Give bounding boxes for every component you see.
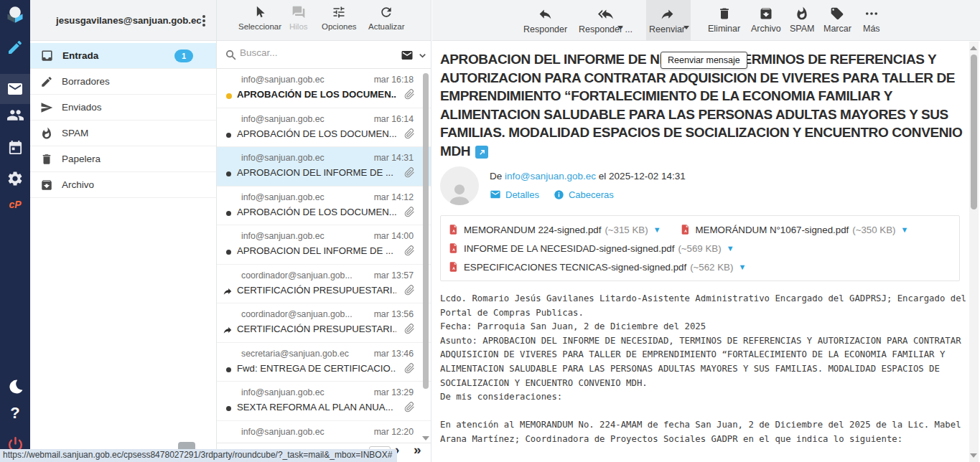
select-button[interactable]: Seleccionar (238, 5, 281, 31)
help-icon[interactable]: ? (0, 404, 30, 423)
trash-icon (717, 6, 732, 21)
attachment-chip[interactable]: MEMORANDUM 224-signed.pdf (~315 KB) ▼ (448, 224, 661, 235)
app-rail: cP ? (0, 0, 30, 462)
pdf-file-icon (448, 224, 459, 235)
search-input[interactable] (240, 47, 383, 58)
open-in-new-window-icon[interactable] (475, 146, 488, 159)
forwarded-status-icon (223, 325, 233, 335)
forwarded-status-icon (223, 286, 233, 296)
settings-gear-icon[interactable] (0, 170, 30, 187)
folder-archive[interactable]: Archivo (30, 172, 216, 198)
folder-inbox[interactable]: Entrada 1 (30, 43, 216, 69)
reading-pane-scrollbar[interactable] (969, 42, 979, 462)
status-dot (226, 171, 231, 176)
from-line: De info@sanjuan.gob.ec el 2025-12-02 14:… (490, 171, 686, 182)
paperclip-icon (404, 167, 415, 178)
scroll-down-arrow-icon[interactable] (970, 453, 977, 458)
message-row-selected[interactable]: info@sanjuan.gob.ecmar 14:31 APROBACION … (217, 147, 431, 187)
archive-button[interactable]: Archivo (751, 6, 781, 34)
pdf-file-icon (448, 242, 459, 254)
cursor-icon (253, 5, 267, 19)
search-scope-chevron-icon[interactable] (417, 50, 428, 61)
options-button[interactable]: Opciones (322, 5, 357, 31)
calendar-icon[interactable] (0, 139, 30, 156)
paperclip-icon (404, 245, 415, 256)
folder-drafts[interactable]: Borradores (30, 69, 216, 95)
paperclip-icon (404, 363, 415, 374)
threads-button[interactable]: Hilos (289, 5, 308, 31)
message-row[interactable]: coordinador@sanjuan.gob...mar 13:56 CERT… (217, 303, 431, 343)
attachment-chip[interactable]: MEMORÁNDUM N°1067-signed.pdf (~350 KB) ▼ (680, 224, 909, 235)
headers-info-icon[interactable] (554, 189, 564, 200)
attachment-caret-icon[interactable]: ▼ (738, 263, 746, 271)
folder-trash[interactable]: Papelera (30, 146, 216, 172)
message-row[interactable]: info@sanjuan.gob.ecmar 13:29 SEXTA REFOR… (217, 382, 431, 421)
folder-sent[interactable]: Enviados (30, 95, 216, 121)
message-list-panel: Seleccionar Hilos Opciones Actualizar in… (217, 0, 431, 462)
unread-dot (226, 93, 232, 99)
scroll-up-arrow-icon[interactable] (970, 46, 977, 50)
paperclip-icon (404, 402, 415, 412)
compose-icon[interactable] (0, 39, 30, 56)
reply-all-caret-icon[interactable] (617, 26, 623, 29)
reply-all-button[interactable]: Responder ... (579, 6, 633, 34)
inbox-icon (40, 49, 54, 62)
last-page-button[interactable]: » (414, 442, 421, 458)
attachment-chip[interactable]: INFORME DE LA NECESIDAD-signed-signed.pd… (448, 242, 734, 254)
message-row[interactable]: secretaria@sanjuan.gob.ecmar 13:46 Fwd: … (217, 343, 431, 382)
folder-spam[interactable]: SPAM (30, 121, 216, 146)
details-link[interactable]: Detalles (505, 189, 539, 200)
attachment-caret-icon[interactable]: ▼ (727, 244, 734, 253)
kebab-menu-icon[interactable] (199, 14, 209, 28)
message-row[interactable]: info@sanjuan.gob.ecmar 16:14 APROBACIÓN … (217, 108, 431, 148)
status-dot (226, 133, 231, 138)
more-button[interactable]: Más (863, 6, 880, 34)
list-scrollbar[interactable] (422, 70, 430, 440)
forward-tooltip: Reenviar mensaje (661, 52, 747, 69)
list-scrollbar-thumb[interactable] (423, 73, 429, 389)
message-row[interactable]: info@sanjuan.gob.ecmar 16:18 APROBACIÓN … (217, 69, 431, 108)
reading-pane-scrollbar-thumb[interactable] (971, 55, 977, 209)
sender-avatar (440, 166, 479, 205)
attachment-caret-icon[interactable]: ▼ (653, 225, 661, 234)
search-scope-envelope-icon[interactable] (401, 49, 414, 62)
attachment-caret-icon[interactable]: ▼ (901, 225, 909, 234)
refresh-icon (379, 5, 393, 19)
headers-link[interactable]: Cabeceras (569, 189, 614, 200)
forward-caret-icon[interactable] (683, 26, 689, 29)
folder-list: Entrada 1 Borradores Enviados SPAM Papel… (30, 43, 216, 198)
spam-button[interactable]: SPAM (790, 6, 815, 34)
delete-button[interactable]: Eliminar (708, 6, 740, 34)
dark-mode-moon-icon[interactable] (0, 378, 30, 395)
refresh-button[interactable]: Actualizar (368, 5, 405, 31)
status-dot (226, 250, 231, 255)
flame-icon (795, 6, 809, 21)
status-dot (226, 367, 231, 372)
reply-button[interactable]: Responder (523, 6, 567, 34)
folder-panel: jesusgavilanes@sanjuan.gob.ec Entrada 1 … (30, 0, 217, 462)
paperclip-icon (404, 207, 415, 217)
reading-pane: Responder Responder ... Reenviar Elimina… (432, 0, 980, 462)
folder-label: Enviados (62, 102, 102, 113)
pdf-file-icon (680, 224, 691, 235)
mail-toolbar: Responder Responder ... Reenviar Elimina… (432, 0, 980, 41)
search-bar (217, 41, 431, 69)
attachment-chip[interactable]: ESPECIFICACIONES TECNICAS-signed-signed.… (448, 261, 746, 273)
status-dot (226, 211, 231, 216)
attachment-list: MEMORANDUM 224-signed.pdf (~315 KB) ▼ ME… (440, 215, 960, 281)
sender-email-link[interactable]: info@sanjuan.gob.ec (505, 171, 596, 182)
contacts-icon[interactable] (0, 106, 30, 124)
message-body: Lcdo. Romario Jesús Gavilanes Litardo-As… (440, 292, 977, 447)
mark-button[interactable]: Marcar (823, 6, 851, 34)
message-row[interactable]: coordinador@sanjuan.gob...mar 13:57 CERT… (217, 265, 431, 304)
cpanel-icon[interactable]: cP (0, 199, 30, 210)
message-row[interactable]: info@sanjuan.gob.ecmar 14:00 APROBACION … (217, 225, 431, 265)
folder-label: SPAM (62, 128, 88, 138)
forward-button[interactable]: Reenviar (649, 6, 685, 34)
mail-icon[interactable] (0, 80, 30, 98)
details-envelope-icon[interactable] (490, 189, 501, 200)
message-row[interactable]: info@sanjuan.gob.ecmar 14:12 APROBACIÓN … (217, 187, 431, 226)
scroll-down-arrow-icon[interactable] (422, 436, 429, 440)
status-dot (226, 406, 231, 411)
trash-icon (40, 153, 53, 166)
